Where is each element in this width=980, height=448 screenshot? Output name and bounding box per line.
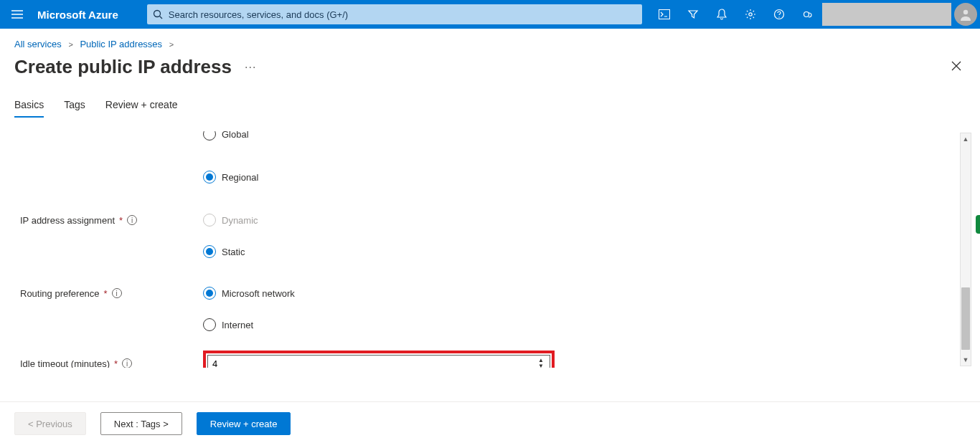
info-icon[interactable]: i [112, 288, 122, 298]
scroll-down-icon[interactable]: ▼ [961, 354, 971, 366]
svg-point-6 [804, 12, 809, 17]
next-button[interactable]: Next : Tags > [100, 412, 182, 435]
breadcrumb-link-public-ip[interactable]: Public IP addresses [80, 39, 162, 49]
radio-label: Regional [222, 172, 258, 183]
tab-tags[interactable]: Tags [64, 99, 85, 118]
svg-point-7 [963, 10, 968, 14]
idle-timeout-highlight: ▲ ▼ [203, 351, 555, 368]
radio-tier-regional[interactable]: Regional [203, 171, 258, 184]
routing-preference-label: Routing preference * i [20, 288, 203, 299]
global-search-input[interactable] [163, 9, 636, 20]
breadcrumb: All services > Public IP addresses > [0, 29, 980, 52]
tab-review-create[interactable]: Review + create [105, 99, 178, 118]
radio-tier-global[interactable]: Global [203, 131, 249, 140]
directory-switch-button[interactable] [679, 0, 707, 29]
wizard-footer: < Previous Next : Tags > Review + create [0, 401, 980, 448]
gear-icon [745, 9, 756, 20]
routing-internet-row: Internet [20, 312, 960, 338]
global-search[interactable] [147, 4, 642, 24]
tab-basics[interactable]: Basics [14, 99, 44, 118]
menu-toggle-button[interactable] [0, 0, 34, 29]
radio-ip-dynamic: Dynamic [203, 214, 258, 227]
scroll-track[interactable] [961, 145, 971, 354]
radio-routing-microsoft[interactable]: Microsoft network [203, 287, 295, 300]
account-placeholder[interactable] [822, 3, 951, 26]
cloud-shell-icon [659, 9, 670, 19]
close-button[interactable] [947, 55, 966, 79]
info-icon[interactable]: i [122, 358, 132, 368]
scroll-thumb[interactable] [961, 287, 970, 351]
review-create-button[interactable]: Review + create [197, 412, 291, 435]
step-down-icon[interactable]: ▼ [536, 363, 546, 368]
breadcrumb-separator: > [64, 40, 77, 49]
ip-assignment-row: IP address assignment * i Dynamic [20, 207, 960, 233]
hamburger-icon [11, 10, 23, 19]
idle-timeout-input[interactable] [207, 355, 550, 368]
radio-ip-static[interactable]: Static [203, 245, 245, 258]
ip-assignment-static-row: Static [20, 239, 960, 264]
notifications-button[interactable] [707, 0, 736, 29]
required-marker: * [119, 215, 123, 226]
required-marker: * [104, 288, 108, 299]
cloud-shell-button[interactable] [650, 0, 679, 29]
form-content: Global Regional IP address assignment * … [0, 131, 960, 368]
feedback-button[interactable] [793, 0, 822, 29]
breadcrumb-separator: > [165, 40, 178, 49]
svg-point-3 [749, 13, 752, 16]
form-scrollbar[interactable]: ▲ ▼ [960, 133, 971, 366]
required-marker: * [114, 358, 118, 368]
top-header: Microsoft Azure [0, 0, 980, 29]
ip-assignment-label: IP address assignment * i [20, 215, 203, 226]
previous-button: < Previous [14, 412, 86, 435]
tier-option-regional-row: Regional [20, 164, 960, 190]
form-scroll-region: Global Regional IP address assignment * … [0, 131, 980, 368]
page-title: Create public IP address [14, 56, 232, 78]
info-icon[interactable]: i [127, 215, 137, 225]
close-icon [951, 61, 961, 71]
title-row: Create public IP address ··· [0, 52, 980, 79]
radio-routing-internet[interactable]: Internet [203, 318, 253, 331]
tab-bar: Basics Tags Review + create [0, 79, 980, 118]
idle-timeout-row: Idle timeout (minutes) * i ▲ ▼ [20, 351, 960, 368]
person-icon [958, 7, 973, 22]
idle-timeout-label: Idle timeout (minutes) * i [20, 358, 203, 368]
settings-button[interactable] [736, 0, 765, 29]
filter-icon [687, 9, 699, 20]
radio-label: Global [222, 131, 249, 140]
help-icon [773, 9, 785, 20]
svg-rect-2 [659, 10, 670, 19]
svg-line-1 [159, 16, 162, 19]
radio-label: Dynamic [222, 215, 258, 226]
help-button[interactable] [765, 0, 793, 29]
routing-preference-row: Routing preference * i Microsoft network [20, 280, 960, 306]
user-avatar[interactable] [954, 3, 977, 26]
bell-icon [717, 9, 727, 20]
tier-option-global-row: Global [20, 131, 960, 157]
radio-label: Internet [222, 320, 253, 330]
idle-timeout-stepper[interactable]: ▲ ▼ [536, 356, 546, 368]
svg-point-5 [778, 16, 779, 17]
svg-point-0 [154, 11, 160, 17]
side-tab-indicator[interactable] [976, 215, 980, 234]
search-icon [153, 9, 163, 19]
more-actions-button[interactable]: ··· [245, 61, 256, 74]
breadcrumb-link-all-services[interactable]: All services [14, 39, 62, 49]
brand-label[interactable]: Microsoft Azure [34, 9, 127, 21]
feedback-icon [802, 9, 814, 20]
radio-label: Microsoft network [222, 288, 295, 299]
radio-label: Static [222, 247, 245, 257]
scroll-up-icon[interactable]: ▲ [961, 133, 971, 145]
